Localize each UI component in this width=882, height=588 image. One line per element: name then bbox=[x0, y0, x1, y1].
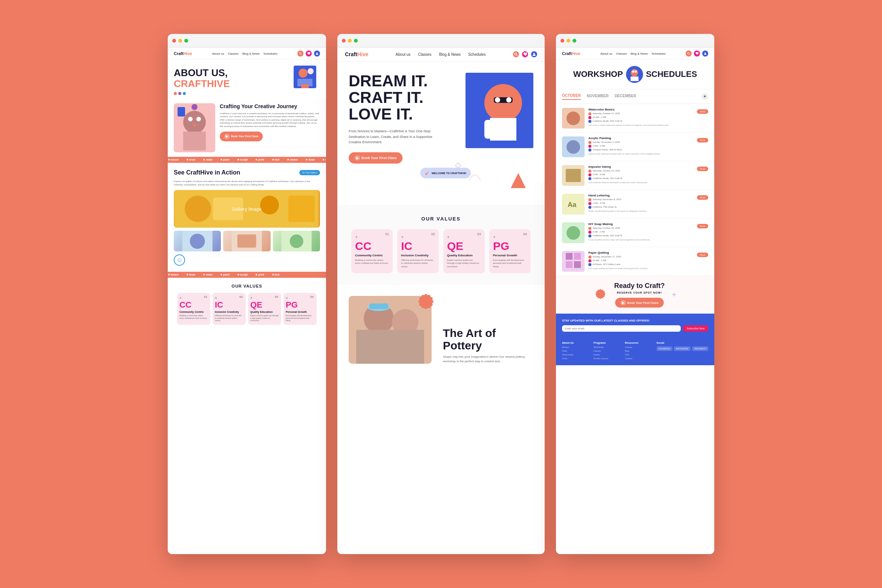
mid-value-card-qe: 03 + QE Quality Education Expert mentors… bbox=[443, 229, 485, 273]
svg-rect-76 bbox=[574, 261, 581, 268]
pinterest-btn[interactable]: PINTEREST bbox=[692, 346, 708, 351]
gallery-button[interactable]: To The Gallery bbox=[299, 170, 320, 175]
minimize-dot-right[interactable] bbox=[567, 39, 570, 43]
nav-about[interactable]: About us bbox=[212, 52, 224, 55]
book-first-class-btn-mid[interactable]: ▶ Book Your First Class bbox=[349, 152, 403, 164]
middle-values-section: OUR VALUES 01 + CC Community Centric Bui… bbox=[337, 205, 545, 285]
footer-programs-link-2[interactable]: Events bbox=[594, 353, 622, 357]
middle-logo: CraftHive bbox=[345, 51, 368, 57]
right-user-icon[interactable] bbox=[702, 51, 708, 57]
schedule-item-4: DIY Soap Making Saturday, October 26, 20… bbox=[556, 219, 714, 247]
right-nav-schedules[interactable]: Schedules bbox=[652, 52, 666, 55]
value-card-qe: 03 + QE Quality Education Expert mentors… bbox=[248, 293, 281, 325]
maximize-dot-mid[interactable] bbox=[354, 39, 358, 43]
schedule-info-2: Imposter Inking Saturday, October 19, 20… bbox=[588, 165, 693, 184]
month-add-button[interactable]: + bbox=[701, 93, 708, 100]
facebook-btn[interactable]: FACEBOOK bbox=[657, 346, 672, 351]
right-nav-about[interactable]: About us bbox=[600, 52, 612, 55]
schedule-info-1: Acrylic Painting Sunday, November 3, 202… bbox=[588, 136, 693, 155]
close-dot-mid[interactable] bbox=[342, 39, 346, 43]
svg-rect-39 bbox=[507, 120, 514, 139]
newsletter-submit-btn[interactable]: Subscribe Now bbox=[683, 325, 708, 332]
instagram-btn[interactable]: INSTAGRAM bbox=[674, 346, 691, 351]
crafting-text: Crafting Your Creative Journey CraftHive… bbox=[220, 103, 320, 141]
footer-about-link-2[interactable]: Testimonials bbox=[562, 353, 591, 357]
middle-page-content: CraftHive About us Classes Blog & News S… bbox=[337, 47, 545, 554]
mid-nav-about[interactable]: About us bbox=[396, 52, 410, 57]
close-dot[interactable] bbox=[172, 39, 176, 43]
mid-heart-icon[interactable] bbox=[522, 51, 528, 57]
maximize-dot[interactable] bbox=[184, 39, 188, 43]
schedule-book-btn-2[interactable]: Book bbox=[697, 167, 708, 171]
svg-point-19 bbox=[260, 196, 279, 214]
svg-point-63 bbox=[567, 112, 580, 125]
footer-about-link-1[interactable]: Team bbox=[562, 349, 591, 353]
mid-value-card-ic: 02 + IC Inclusive Creativity Offering wo… bbox=[397, 229, 439, 273]
footer-programs-link-0[interactable]: Workshops bbox=[594, 346, 622, 349]
clock-icon-4 bbox=[588, 231, 591, 234]
minimize-dot[interactable] bbox=[178, 39, 182, 43]
right-nav-classes[interactable]: Classes bbox=[616, 52, 626, 55]
svg-point-15 bbox=[191, 104, 198, 110]
schedule-thumb-0 bbox=[562, 108, 585, 129]
minimize-dot-mid[interactable] bbox=[348, 39, 352, 43]
mid-nav-classes[interactable]: Classes bbox=[418, 52, 432, 57]
footer-programs-link-1[interactable]: Classes bbox=[594, 349, 622, 353]
middle-hero-illustration: ↙ WELCOME TO CRAFTHIVE! bbox=[458, 73, 533, 167]
schedule-name-3: Hand Lettering bbox=[588, 194, 693, 197]
footer-programs-link-3[interactable]: Private Lessons bbox=[594, 357, 622, 361]
schedule-book-btn-5[interactable]: Book bbox=[697, 253, 708, 257]
footer-about-link-0[interactable]: Mission bbox=[562, 346, 591, 349]
month-tab-october[interactable]: OCTOBER bbox=[562, 93, 581, 100]
newsletter-email-input[interactable] bbox=[562, 325, 681, 332]
mid-user-icon[interactable] bbox=[531, 51, 537, 57]
middle-nav: CraftHive About us Classes Blog & News S… bbox=[337, 47, 545, 61]
clock-icon-2 bbox=[588, 173, 591, 176]
right-heart-icon[interactable] bbox=[694, 51, 700, 57]
maximize-dot-right[interactable] bbox=[573, 39, 576, 43]
footer-resources-link-2[interactable]: FAQ bbox=[625, 353, 654, 357]
nav-blog[interactable]: Blog & News bbox=[242, 52, 260, 55]
mid-nav-schedules[interactable]: Schedules bbox=[468, 52, 486, 57]
right-search-icon[interactable] bbox=[686, 51, 692, 57]
mid-nav-blog[interactable]: Blog & News bbox=[439, 52, 461, 57]
schedule-info-3: Hand Lettering Saturday, November 8, 202… bbox=[588, 194, 693, 213]
nav-icon-user[interactable] bbox=[314, 51, 320, 57]
gallery-main-image: Gallery Image bbox=[174, 190, 320, 228]
close-dot-right[interactable] bbox=[560, 39, 564, 43]
nav-icon-search[interactable] bbox=[297, 51, 303, 57]
svg-point-12 bbox=[196, 117, 201, 121]
schedule-book-btn-4[interactable]: Book bbox=[697, 224, 708, 228]
footer-resources-link-0[interactable]: Contact bbox=[625, 346, 654, 349]
schedule-book-btn-1[interactable]: Book bbox=[697, 138, 708, 142]
schedule-details-2: Saturday, October 19, 2025 2 PM - 5 PM C… bbox=[588, 169, 693, 180]
pottery-section: The Art of Pottery Shape clay into your … bbox=[337, 285, 545, 375]
svg-rect-75 bbox=[566, 261, 573, 268]
svg-point-47 bbox=[422, 298, 430, 305]
footer-resources-link-1[interactable]: Blog bbox=[625, 349, 654, 353]
nav-icon-heart[interactable] bbox=[306, 51, 312, 57]
location-icon bbox=[588, 120, 591, 123]
btn-icon: ▶ bbox=[224, 134, 230, 139]
footer-about-link-3[interactable]: Press bbox=[562, 357, 591, 361]
mid-search-icon[interactable] bbox=[513, 51, 519, 57]
schedule-book-btn-3[interactable]: Book bbox=[697, 195, 708, 200]
footer-resources-link-3[interactable]: Careers bbox=[625, 357, 654, 361]
right-nav-blog[interactable]: Blog & News bbox=[631, 52, 648, 55]
btn-icon-mid: ▶ bbox=[355, 155, 360, 161]
book-first-class-btn-left[interactable]: ▶ Book Your First Class bbox=[220, 132, 263, 141]
schedule-book-btn-0[interactable]: Book bbox=[697, 109, 708, 114]
schedule-thumb-5 bbox=[562, 251, 585, 272]
newsletter-form: Subscribe Now bbox=[562, 325, 708, 332]
left-nav-icons bbox=[297, 51, 320, 57]
month-tab-december[interactable]: DECEMBER bbox=[615, 94, 636, 100]
pottery-desc: Shape clay into your imagination's desir… bbox=[443, 355, 533, 364]
nav-classes[interactable]: Classes bbox=[228, 52, 238, 55]
cta-section: Ready to Craft? RESERVE YOUR SPOT NOW! ▶… bbox=[556, 276, 714, 314]
cta-book-btn[interactable]: ▶ Book Your First Class bbox=[615, 298, 664, 308]
workshop-title-section: WORKSHOP SCHEDULES bbox=[556, 60, 714, 89]
schedule-details-3: Saturday, November 8, 2025 1 PM - 4 PM C… bbox=[588, 198, 693, 209]
footer-social-buttons: FACEBOOK INSTAGRAM PINTEREST bbox=[657, 346, 708, 351]
nav-schedules[interactable]: Schedules bbox=[263, 52, 277, 55]
month-tab-november[interactable]: NOVEMBER bbox=[587, 94, 609, 100]
